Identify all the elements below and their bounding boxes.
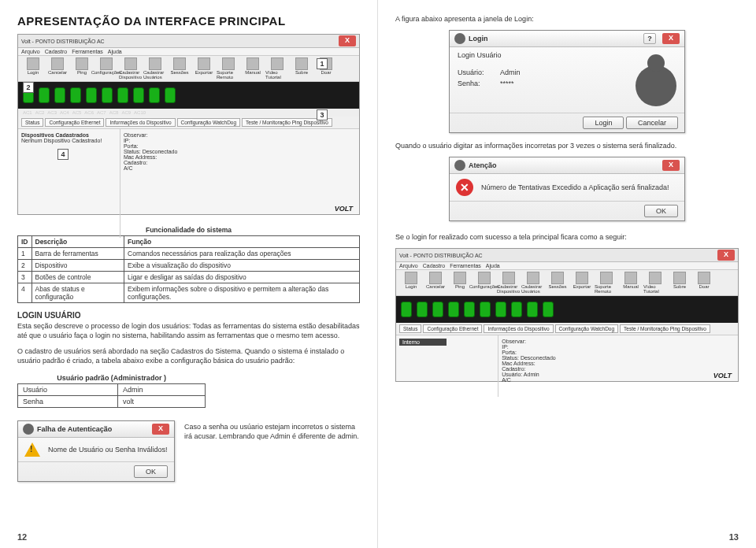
tool-icon xyxy=(271,57,284,70)
device-item[interactable]: Interno xyxy=(399,339,447,346)
toolbar-btn[interactable]: Cancelar xyxy=(46,57,69,80)
toolbar-btn[interactable]: Cadastrar Usuários xyxy=(521,272,545,294)
close-icon[interactable]: X xyxy=(662,33,680,44)
tool-icon xyxy=(698,272,710,284)
menu-item[interactable]: Cadastro xyxy=(423,263,445,268)
toolbar-btn[interactable]: Ping xyxy=(448,272,472,294)
control-btn[interactable]: AC4 xyxy=(60,110,69,115)
default-user-table: Usuário padrão (Administrador ) Usuário … xyxy=(17,372,206,408)
toolbar-btn[interactable]: Manual xyxy=(619,272,643,294)
outlet-icon[interactable] xyxy=(543,302,554,317)
toolbar-btn[interactable]: Manual xyxy=(241,57,265,80)
menubar[interactable]: Arquivo Cadastro Ferramentas Ajuda xyxy=(396,262,738,270)
control-btn[interactable]: AC8 xyxy=(109,110,119,115)
menu-item[interactable]: Arquivo xyxy=(399,263,418,268)
toolbar-btn[interactable]: Login xyxy=(399,272,423,294)
toolbar-btn[interactable]: Suporte Remoto xyxy=(595,272,618,294)
menu-item[interactable]: Ajuda xyxy=(108,49,122,54)
tab-info[interactable]: Informações do Dispositivo xyxy=(106,118,175,127)
tab-info[interactable]: Informações do Dispositivo xyxy=(484,324,553,333)
outlet-icon[interactable] xyxy=(432,302,443,317)
toolbar-btn[interactable]: Login xyxy=(21,57,45,80)
close-icon[interactable]: X xyxy=(717,250,735,261)
toolbar-btn[interactable]: Vídeo Tutorial xyxy=(265,57,289,80)
close-icon[interactable]: X xyxy=(339,35,356,46)
toolbar-btn[interactable]: Exportar xyxy=(192,57,216,80)
toolbar-btn[interactable]: Sessões xyxy=(546,272,569,294)
control-btn[interactable]: AC6 xyxy=(84,110,94,115)
menu-item[interactable]: Ferramentas xyxy=(450,263,481,268)
tool-icon xyxy=(576,272,588,284)
toolbar-btn[interactable]: Vídeo Tutorial xyxy=(643,272,667,294)
outlet-icon[interactable] xyxy=(448,302,459,317)
control-btn[interactable]: AC10 xyxy=(134,110,146,115)
device-panel xyxy=(18,82,359,109)
toolbar-btn[interactable]: Suporte Remoto xyxy=(217,57,240,80)
label: A/C xyxy=(124,165,356,171)
close-icon[interactable]: X xyxy=(152,424,169,435)
help-icon[interactable]: ? xyxy=(643,33,656,44)
login-button[interactable]: Login xyxy=(583,117,624,129)
control-btn[interactable]: AC9 xyxy=(121,110,131,115)
outlet-icon[interactable] xyxy=(86,87,97,103)
control-btn[interactable]: AC5 xyxy=(72,110,82,115)
menu-item[interactable]: Arquivo xyxy=(21,49,40,54)
outlet-icon[interactable] xyxy=(165,87,176,103)
menu-item[interactable]: Ajuda xyxy=(486,263,500,268)
toolbar-btn[interactable]: Ping xyxy=(70,57,94,80)
tab-ethernet[interactable]: Configuração Ethernet xyxy=(423,324,482,333)
control-btn[interactable]: AC3 xyxy=(47,110,57,115)
outlet-icon[interactable] xyxy=(480,302,491,317)
toolbar-btn[interactable]: Cadastrar Dispositivo xyxy=(497,272,521,294)
outlet-icon[interactable] xyxy=(133,87,144,103)
tab-ethernet[interactable]: Configuração Ethernet xyxy=(45,118,104,127)
tab-status[interactable]: Status xyxy=(21,118,43,127)
status-pane: Observar: IP: Porta: Status: Desconectad… xyxy=(498,335,738,397)
toolbar-btn[interactable]: Sobre xyxy=(290,57,313,80)
outlet-icon[interactable] xyxy=(117,87,128,103)
tab-watchdog[interactable]: Configuração WatchDog xyxy=(555,324,619,333)
tab-status[interactable]: Status xyxy=(399,324,421,333)
user-value[interactable]: Admin xyxy=(500,68,521,76)
outlet-icon[interactable] xyxy=(417,302,428,317)
outlet-icon[interactable] xyxy=(527,302,538,317)
outlet-icon[interactable] xyxy=(70,87,81,103)
toolbar-btn[interactable]: Configurações xyxy=(472,272,496,294)
control-btn[interactable]: AC1 xyxy=(23,110,32,115)
toolbar-label: Exportar xyxy=(195,70,213,75)
toolbar-btn[interactable]: Sessões xyxy=(168,57,191,80)
ok-button[interactable]: OK xyxy=(644,205,678,217)
outlet-icon[interactable] xyxy=(149,87,160,103)
error-icon: ✕ xyxy=(456,179,473,196)
menu-item[interactable]: Ferramentas xyxy=(72,49,103,54)
outlet-icon[interactable] xyxy=(39,87,50,103)
tab-watchdog[interactable]: Configuração WatchDog xyxy=(177,118,241,127)
cell: Abas de status e configuração xyxy=(32,283,124,303)
toolbar-btn[interactable]: Cadastrar Usuários xyxy=(143,57,167,80)
toolbar-btn[interactable]: Exportar xyxy=(570,272,594,294)
outlet-icon[interactable] xyxy=(495,302,506,317)
tool-icon xyxy=(76,57,88,70)
ok-button[interactable]: OK xyxy=(134,465,168,478)
toolbar-btn[interactable]: Sobre xyxy=(668,272,691,294)
window-titlebar: Volt - PONTO DISTRIBUIÇÃO AC X xyxy=(396,249,738,262)
outlet-icon[interactable] xyxy=(401,302,412,317)
toolbar-btn[interactable]: Doar xyxy=(692,272,716,294)
toolbar-btn[interactable]: Cadastrar Dispositivo xyxy=(119,57,143,80)
outlet-icon[interactable] xyxy=(464,302,475,317)
status-pane: Observar: IP: Porta: Status: Desconectad… xyxy=(120,129,359,238)
outlet-icon[interactable] xyxy=(102,87,113,103)
toolbar-btn[interactable]: Configurações xyxy=(94,57,118,80)
tool-icon xyxy=(405,272,417,284)
control-btn[interactable]: AC7 xyxy=(97,110,106,115)
outlet-icon[interactable] xyxy=(54,87,65,103)
menubar[interactable]: Arquivo Cadastro Ferramentas Ajuda xyxy=(18,48,359,56)
toolbar-btn[interactable]: Cancelar xyxy=(424,272,447,294)
close-icon[interactable]: X xyxy=(662,160,680,171)
menu-item[interactable]: Cadastro xyxy=(45,49,67,54)
tab-ping[interactable]: Teste / Monitoração Ping Dispositivo xyxy=(620,324,710,333)
outlet-icon[interactable] xyxy=(511,302,522,317)
control-btn[interactable]: AC2 xyxy=(35,110,45,115)
cancel-button[interactable]: Cancelar xyxy=(626,117,678,129)
pass-value[interactable]: ***** xyxy=(500,80,514,87)
